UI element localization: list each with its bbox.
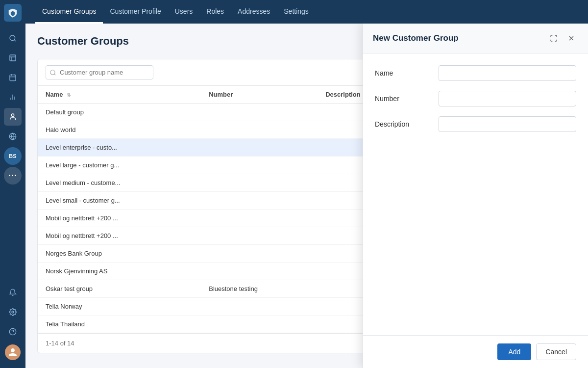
svg-point-15 [12,311,14,313]
sidebar-more[interactable]: ··· [4,167,22,184]
nav-customer-profile[interactable]: Customer Profile [103,0,168,24]
description-input[interactable] [439,116,576,132]
cancel-button[interactable]: Cancel [536,343,576,360]
nav-addresses[interactable]: Addresses [231,0,277,24]
description-label: Description [375,116,439,128]
search-icon [49,69,56,76]
sidebar-globe[interactable] [4,128,22,145]
number-field-row: Number [375,91,576,106]
cell-number: Bluestone testing [201,280,318,298]
nav-settings[interactable]: Settings [277,0,316,24]
main-area: Customer Groups Customer Profile Users R… [25,0,588,368]
cell-number [201,157,318,174]
nav-users[interactable]: Users [168,0,200,24]
cell-number [201,315,318,333]
cell-name: Level medium - custome... [38,174,201,192]
sort-icon-name[interactable]: ⇅ [67,92,71,98]
svg-rect-2 [10,55,16,61]
nav-customer-groups[interactable]: Customer Groups [35,0,103,24]
cell-name: Level enterprise - custo... [38,139,201,157]
row-count: 1-14 of 14 [46,340,74,347]
cell-number [201,121,318,139]
page-title: Customer Groups [37,35,129,48]
cell-number [201,263,318,280]
svg-line-1 [14,40,16,41]
panel-header-icons [547,31,578,45]
svg-point-0 [10,35,15,41]
add-button[interactable]: Add [497,343,531,360]
panel-footer: Add Cancel [363,335,588,368]
sidebar-bs-badge[interactable]: BS [4,147,22,165]
col-number: Number [201,86,318,104]
sidebar-customers[interactable] [4,108,22,126]
user-avatar[interactable] [5,344,21,360]
cell-number [201,298,318,315]
expand-icon [550,34,558,42]
cell-number [201,174,318,192]
svg-line-19 [54,74,56,75]
sidebar-help[interactable] [4,323,22,341]
description-field-row: Description [375,116,576,132]
svg-point-18 [50,70,55,74]
cell-name: Mobil og nettbrett +200 ... [38,210,201,227]
sidebar-search[interactable] [4,29,22,47]
sidebar-orders[interactable] [4,49,22,67]
page-content: Customer Groups New customer group Name … [25,24,588,368]
cell-name: Norges Bank Group [38,245,201,263]
col-name: Name ⇅ [38,86,201,104]
cell-number [201,104,318,121]
panel-body: Name Number Description [363,53,588,335]
name-input[interactable] [439,65,576,81]
panel-title: New Customer Group [373,33,459,43]
number-label: Number [375,91,439,103]
sidebar-bell[interactable] [4,284,22,301]
svg-point-12 [11,114,14,116]
cell-number [201,139,318,157]
nav-roles[interactable]: Roles [199,0,231,24]
name-field-row: Name [375,65,576,81]
cell-name: Telia Norway [38,298,201,315]
cell-name: Halo world [38,121,201,139]
close-icon [567,34,575,42]
sidebar: BS ··· [0,0,25,368]
cell-number [201,192,318,210]
svg-rect-5 [10,75,16,81]
app-logo[interactable] [4,4,22,22]
cell-name: Telia Thailand [38,315,201,333]
cell-number [201,210,318,227]
number-input[interactable] [439,91,576,106]
name-label: Name [375,65,439,77]
search-input-wrap [46,65,153,79]
panel-header: New Customer Group [363,24,588,53]
sidebar-analytics[interactable] [4,88,22,106]
panel-expand-button[interactable] [547,31,561,45]
cell-name: Norsk Gjenvinning AS [38,263,201,280]
sidebar-calendar[interactable] [4,69,22,86]
cell-number [201,227,318,245]
cell-number [201,245,318,263]
cell-name: Level small - customer g... [38,192,201,210]
top-navigation: Customer Groups Customer Profile Users R… [25,0,588,24]
cell-name: Default group [38,104,201,121]
new-customer-group-panel: New Customer Group Name Number [363,24,588,368]
panel-close-button[interactable] [564,31,578,45]
sidebar-settings[interactable] [4,303,22,321]
cell-name: Level large - customer g... [38,157,201,174]
cell-name: Mobil og nettbrett +200 ... [38,227,201,245]
search-input[interactable] [46,65,153,79]
cell-name: Oskar test group [38,280,201,298]
